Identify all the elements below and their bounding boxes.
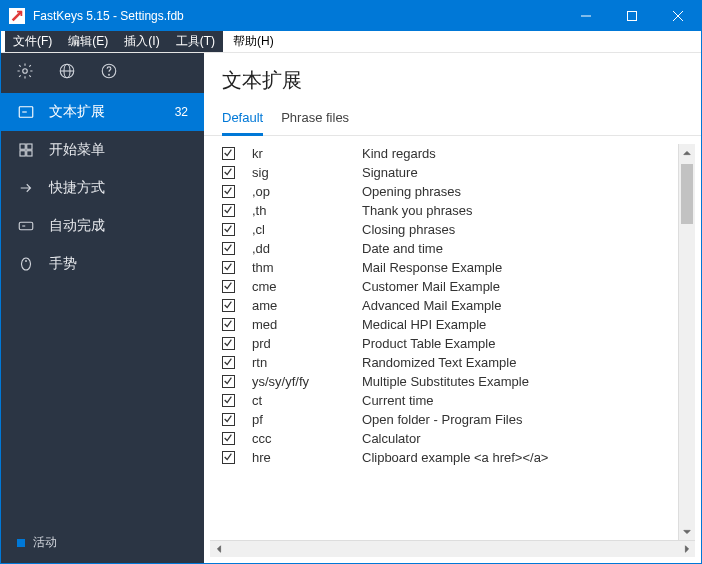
menu-edit[interactable]: 编辑(E) xyxy=(60,31,116,52)
row-desc: Open folder - Program Files xyxy=(356,410,695,429)
svg-rect-16 xyxy=(19,222,33,230)
sidebar-item-autocomplete[interactable]: 自动完成 xyxy=(1,207,204,245)
row-checkbox[interactable] xyxy=(222,432,235,445)
table-row[interactable]: prdProduct Table Example xyxy=(210,334,695,353)
table-row[interactable]: sigSignature xyxy=(210,163,695,182)
row-checkbox[interactable] xyxy=(222,223,235,236)
table-row[interactable]: krKind regards xyxy=(210,144,695,163)
row-key: ,cl xyxy=(246,220,356,239)
row-key: hre xyxy=(246,448,356,467)
maximize-button[interactable] xyxy=(609,1,655,31)
table-row[interactable]: cmeCustomer Mail Example xyxy=(210,277,695,296)
globe-icon[interactable] xyxy=(57,61,77,81)
scroll-down-icon[interactable] xyxy=(679,523,695,540)
scroll-right-icon[interactable] xyxy=(678,541,695,557)
row-checkbox[interactable] xyxy=(222,242,235,255)
table-row[interactable]: ,thThank you phrases xyxy=(210,201,695,220)
table-row[interactable]: ,ddDate and time xyxy=(210,239,695,258)
row-checkbox[interactable] xyxy=(222,185,235,198)
menu-tools[interactable]: 工具(T) xyxy=(168,31,223,52)
window-title: FastKeys 5.15 - Settings.fdb xyxy=(33,9,184,23)
titlebar: FastKeys 5.15 - Settings.fdb xyxy=(1,1,701,31)
sidebar-item-start-menu[interactable]: 开始菜单 xyxy=(1,131,204,169)
table-row[interactable]: ys/sy/yf/fyMultiple Substitutes Example xyxy=(210,372,695,391)
row-checkbox[interactable] xyxy=(222,337,235,350)
row-checkbox[interactable] xyxy=(222,261,235,274)
text-expand-icon xyxy=(17,103,35,121)
table-row[interactable]: medMedical HPI Example xyxy=(210,315,695,334)
page-title: 文本扩展 xyxy=(204,53,701,100)
svg-rect-12 xyxy=(20,144,25,149)
row-checkbox[interactable] xyxy=(222,451,235,464)
row-key: ct xyxy=(246,391,356,410)
status-label: 活动 xyxy=(33,534,57,551)
row-checkbox[interactable] xyxy=(222,375,235,388)
row-key: rtn xyxy=(246,353,356,372)
table-row[interactable]: ctCurrent time xyxy=(210,391,695,410)
row-checkbox[interactable] xyxy=(222,299,235,312)
row-checkbox[interactable] xyxy=(222,356,235,369)
tab-phrase-files[interactable]: Phrase files xyxy=(281,106,349,135)
table-row[interactable]: pfOpen folder - Program Files xyxy=(210,410,695,429)
row-desc: Current time xyxy=(356,391,695,410)
table-row[interactable]: rtnRandomized Text Example xyxy=(210,353,695,372)
row-desc: Calculator xyxy=(356,429,695,448)
row-checkbox[interactable] xyxy=(222,413,235,426)
sidebar-item-count: 32 xyxy=(175,105,188,119)
row-checkbox[interactable] xyxy=(222,394,235,407)
start-menu-icon xyxy=(17,141,35,159)
vertical-scrollbar[interactable] xyxy=(678,144,695,540)
main-panel: 文本扩展 Default Phrase files krKind regards… xyxy=(204,53,701,563)
svg-point-9 xyxy=(109,74,110,75)
table-row[interactable]: ,clClosing phrases xyxy=(210,220,695,239)
table-row[interactable]: cccCalculator xyxy=(210,429,695,448)
sidebar-status: 活动 xyxy=(1,522,204,563)
row-checkbox[interactable] xyxy=(222,318,235,331)
scroll-left-icon[interactable] xyxy=(210,541,227,557)
row-desc: Kind regards xyxy=(356,144,695,163)
row-key: thm xyxy=(246,258,356,277)
menu-group-dark: 文件(F) 编辑(E) 插入(I) 工具(T) xyxy=(5,31,223,52)
row-key: pf xyxy=(246,410,356,429)
help-icon[interactable] xyxy=(99,61,119,81)
sidebar-item-label: 文本扩展 xyxy=(49,103,161,121)
sidebar-item-shortcut[interactable]: 快捷方式 xyxy=(1,169,204,207)
app-icon xyxy=(9,8,25,24)
row-desc: Multiple Substitutes Example xyxy=(356,372,695,391)
sidebar-item-label: 开始菜单 xyxy=(49,141,188,159)
sidebar-nav: 文本扩展 32 开始菜单 快捷方式 自动完成 手势 xyxy=(1,89,204,283)
tab-default[interactable]: Default xyxy=(222,106,263,136)
row-desc: Medical HPI Example xyxy=(356,315,695,334)
table-row[interactable]: ,opOpening phrases xyxy=(210,182,695,201)
scroll-thumb[interactable] xyxy=(681,164,693,224)
menu-insert[interactable]: 插入(I) xyxy=(116,31,167,52)
row-checkbox[interactable] xyxy=(222,166,235,179)
close-button[interactable] xyxy=(655,1,701,31)
scroll-up-icon[interactable] xyxy=(679,144,695,161)
row-checkbox[interactable] xyxy=(222,147,235,160)
svg-rect-14 xyxy=(20,151,25,156)
gear-icon[interactable] xyxy=(15,61,35,81)
sidebar-item-label: 手势 xyxy=(49,255,188,273)
table-row[interactable]: ameAdvanced Mail Example xyxy=(210,296,695,315)
row-desc: Opening phrases xyxy=(356,182,695,201)
table-row[interactable]: thmMail Response Example xyxy=(210,258,695,277)
sidebar-item-gesture[interactable]: 手势 xyxy=(1,245,204,283)
minimize-button[interactable] xyxy=(563,1,609,31)
menu-file[interactable]: 文件(F) xyxy=(5,31,60,52)
sidebar-iconbar xyxy=(1,53,204,89)
row-desc: Product Table Example xyxy=(356,334,695,353)
row-desc: Customer Mail Example xyxy=(356,277,695,296)
row-checkbox[interactable] xyxy=(222,204,235,217)
sidebar-item-text-expand[interactable]: 文本扩展 32 xyxy=(1,93,204,131)
menu-help[interactable]: 帮助(H) xyxy=(223,31,284,52)
row-desc: Date and time xyxy=(356,239,695,258)
tabs: Default Phrase files xyxy=(204,100,701,136)
list-area: krKind regardssigSignature,opOpening phr… xyxy=(210,144,695,557)
row-key: ys/sy/yf/fy xyxy=(246,372,356,391)
row-key: ,op xyxy=(246,182,356,201)
table-row[interactable]: hreClipboard example <a href></a> xyxy=(210,448,695,467)
horizontal-scrollbar[interactable] xyxy=(210,540,695,557)
row-checkbox[interactable] xyxy=(222,280,235,293)
row-key: ,dd xyxy=(246,239,356,258)
